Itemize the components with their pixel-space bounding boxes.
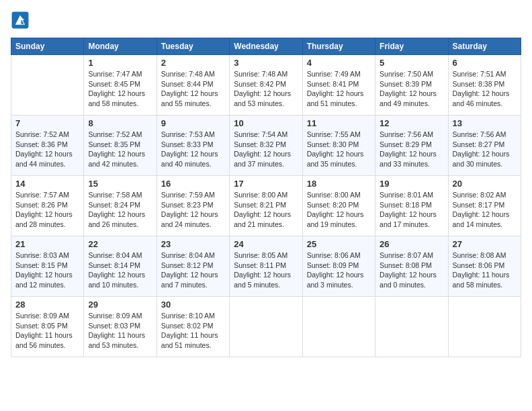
day-number: 29 bbox=[88, 300, 152, 310]
day-info: Sunrise: 8:09 AM Sunset: 8:05 PM Dayligh… bbox=[15, 311, 79, 351]
day-number: 12 bbox=[380, 118, 443, 128]
day-info: Sunrise: 7:54 AM Sunset: 8:32 PM Dayligh… bbox=[234, 130, 298, 169]
day-info: Sunrise: 7:52 AM Sunset: 8:35 PM Dayligh… bbox=[88, 130, 152, 169]
day-number: 3 bbox=[234, 58, 298, 68]
day-info: Sunrise: 8:07 AM Sunset: 8:08 PM Dayligh… bbox=[380, 250, 443, 290]
day-number: 24 bbox=[234, 239, 298, 249]
calendar-cell: 5Sunrise: 7:50 AM Sunset: 8:39 PM Daylig… bbox=[375, 55, 448, 116]
day-number: 30 bbox=[161, 300, 225, 310]
day-number: 23 bbox=[161, 239, 225, 249]
calendar-cell bbox=[302, 297, 375, 357]
day-info: Sunrise: 8:01 AM Sunset: 8:18 PM Dayligh… bbox=[380, 190, 443, 230]
day-number: 1 bbox=[88, 58, 152, 68]
calendar-week-row: 21Sunrise: 8:03 AM Sunset: 8:15 PM Dayli… bbox=[11, 236, 521, 297]
day-number: 11 bbox=[307, 118, 371, 128]
day-number: 6 bbox=[453, 58, 517, 68]
day-header-wednesday: Wednesday bbox=[230, 38, 302, 55]
day-info: Sunrise: 8:04 AM Sunset: 8:12 PM Dayligh… bbox=[161, 250, 225, 290]
day-header-thursday: Thursday bbox=[302, 38, 375, 55]
day-number: 26 bbox=[380, 239, 443, 249]
day-info: Sunrise: 7:56 AM Sunset: 8:29 PM Dayligh… bbox=[380, 130, 443, 169]
calendar-header-row: SundayMondayTuesdayWednesdayThursdayFrid… bbox=[11, 38, 521, 55]
day-header-saturday: Saturday bbox=[448, 38, 521, 55]
day-number: 22 bbox=[88, 239, 152, 249]
day-info: Sunrise: 8:05 AM Sunset: 8:11 PM Dayligh… bbox=[234, 250, 298, 290]
day-header-sunday: Sunday bbox=[11, 38, 84, 55]
logo-icon bbox=[11, 11, 30, 30]
calendar-cell: 21Sunrise: 8:03 AM Sunset: 8:15 PM Dayli… bbox=[11, 236, 84, 297]
day-info: Sunrise: 7:55 AM Sunset: 8:30 PM Dayligh… bbox=[307, 130, 371, 169]
day-info: Sunrise: 8:03 AM Sunset: 8:15 PM Dayligh… bbox=[15, 250, 79, 290]
day-info: Sunrise: 7:48 AM Sunset: 8:42 PM Dayligh… bbox=[234, 69, 298, 109]
calendar-cell: 4Sunrise: 7:49 AM Sunset: 8:41 PM Daylig… bbox=[302, 55, 375, 116]
calendar-cell: 12Sunrise: 7:56 AM Sunset: 8:29 PM Dayli… bbox=[375, 116, 448, 176]
day-info: Sunrise: 8:02 AM Sunset: 8:17 PM Dayligh… bbox=[453, 190, 517, 230]
calendar-cell bbox=[230, 297, 302, 357]
day-info: Sunrise: 7:59 AM Sunset: 8:23 PM Dayligh… bbox=[161, 190, 225, 230]
calendar-cell bbox=[375, 297, 448, 357]
day-header-monday: Monday bbox=[84, 38, 157, 55]
day-number: 4 bbox=[307, 58, 371, 68]
day-number: 28 bbox=[15, 300, 79, 310]
calendar-cell: 9Sunrise: 7:53 AM Sunset: 8:33 PM Daylig… bbox=[157, 116, 229, 176]
calendar-cell bbox=[11, 55, 84, 116]
day-info: Sunrise: 8:04 AM Sunset: 8:14 PM Dayligh… bbox=[88, 250, 152, 290]
day-info: Sunrise: 8:00 AM Sunset: 8:20 PM Dayligh… bbox=[307, 190, 371, 230]
calendar-cell: 23Sunrise: 8:04 AM Sunset: 8:12 PM Dayli… bbox=[157, 236, 229, 297]
day-number: 16 bbox=[161, 179, 225, 189]
day-info: Sunrise: 8:09 AM Sunset: 8:03 PM Dayligh… bbox=[88, 311, 152, 351]
calendar-cell: 22Sunrise: 8:04 AM Sunset: 8:14 PM Dayli… bbox=[84, 236, 157, 297]
day-number: 13 bbox=[453, 118, 517, 128]
day-info: Sunrise: 7:50 AM Sunset: 8:39 PM Dayligh… bbox=[380, 69, 443, 109]
day-header-friday: Friday bbox=[375, 38, 448, 55]
calendar-cell: 3Sunrise: 7:48 AM Sunset: 8:42 PM Daylig… bbox=[230, 55, 302, 116]
day-number: 9 bbox=[161, 118, 225, 128]
calendar-week-row: 1Sunrise: 7:47 AM Sunset: 8:45 PM Daylig… bbox=[11, 55, 521, 116]
calendar-cell: 2Sunrise: 7:48 AM Sunset: 8:44 PM Daylig… bbox=[157, 55, 229, 116]
day-info: Sunrise: 7:52 AM Sunset: 8:36 PM Dayligh… bbox=[15, 130, 79, 169]
day-number: 10 bbox=[234, 118, 298, 128]
day-number: 14 bbox=[15, 179, 79, 189]
calendar-table: SundayMondayTuesdayWednesdayThursdayFrid… bbox=[11, 38, 521, 357]
calendar-cell: 15Sunrise: 7:58 AM Sunset: 8:24 PM Dayli… bbox=[84, 176, 157, 236]
day-info: Sunrise: 7:51 AM Sunset: 8:38 PM Dayligh… bbox=[453, 69, 517, 109]
day-info: Sunrise: 7:49 AM Sunset: 8:41 PM Dayligh… bbox=[307, 69, 371, 109]
calendar-cell bbox=[448, 297, 521, 357]
calendar-cell: 26Sunrise: 8:07 AM Sunset: 8:08 PM Dayli… bbox=[375, 236, 448, 297]
calendar-cell: 29Sunrise: 8:09 AM Sunset: 8:03 PM Dayli… bbox=[84, 297, 157, 357]
calendar-cell: 11Sunrise: 7:55 AM Sunset: 8:30 PM Dayli… bbox=[302, 116, 375, 176]
calendar-cell: 25Sunrise: 8:06 AM Sunset: 8:09 PM Dayli… bbox=[302, 236, 375, 297]
calendar-cell: 17Sunrise: 8:00 AM Sunset: 8:21 PM Dayli… bbox=[230, 176, 302, 236]
day-info: Sunrise: 7:56 AM Sunset: 8:27 PM Dayligh… bbox=[453, 130, 517, 169]
day-info: Sunrise: 8:06 AM Sunset: 8:09 PM Dayligh… bbox=[307, 250, 371, 290]
day-info: Sunrise: 8:10 AM Sunset: 8:02 PM Dayligh… bbox=[161, 311, 225, 351]
calendar-cell: 7Sunrise: 7:52 AM Sunset: 8:36 PM Daylig… bbox=[11, 116, 84, 176]
day-number: 19 bbox=[380, 179, 443, 189]
day-number: 7 bbox=[15, 118, 79, 128]
day-info: Sunrise: 7:53 AM Sunset: 8:33 PM Dayligh… bbox=[161, 130, 225, 169]
day-number: 21 bbox=[15, 239, 79, 249]
day-number: 20 bbox=[453, 179, 517, 189]
day-number: 5 bbox=[380, 58, 443, 68]
day-info: Sunrise: 7:47 AM Sunset: 8:45 PM Dayligh… bbox=[88, 69, 152, 109]
day-header-tuesday: Tuesday bbox=[157, 38, 229, 55]
calendar-cell: 10Sunrise: 7:54 AM Sunset: 8:32 PM Dayli… bbox=[230, 116, 302, 176]
day-number: 18 bbox=[307, 179, 371, 189]
day-number: 27 bbox=[453, 239, 517, 249]
page-header bbox=[11, 11, 521, 30]
calendar-week-row: 28Sunrise: 8:09 AM Sunset: 8:05 PM Dayli… bbox=[11, 297, 521, 357]
calendar-cell: 24Sunrise: 8:05 AM Sunset: 8:11 PM Dayli… bbox=[230, 236, 302, 297]
calendar-cell: 28Sunrise: 8:09 AM Sunset: 8:05 PM Dayli… bbox=[11, 297, 84, 357]
day-info: Sunrise: 7:48 AM Sunset: 8:44 PM Dayligh… bbox=[161, 69, 225, 109]
calendar-cell: 14Sunrise: 7:57 AM Sunset: 8:26 PM Dayli… bbox=[11, 176, 84, 236]
calendar-cell: 13Sunrise: 7:56 AM Sunset: 8:27 PM Dayli… bbox=[448, 116, 521, 176]
day-info: Sunrise: 8:08 AM Sunset: 8:06 PM Dayligh… bbox=[453, 250, 517, 290]
calendar-cell: 27Sunrise: 8:08 AM Sunset: 8:06 PM Dayli… bbox=[448, 236, 521, 297]
calendar-cell: 1Sunrise: 7:47 AM Sunset: 8:45 PM Daylig… bbox=[84, 55, 157, 116]
calendar-cell: 16Sunrise: 7:59 AM Sunset: 8:23 PM Dayli… bbox=[157, 176, 229, 236]
calendar-cell: 20Sunrise: 8:02 AM Sunset: 8:17 PM Dayli… bbox=[448, 176, 521, 236]
calendar-week-row: 14Sunrise: 7:57 AM Sunset: 8:26 PM Dayli… bbox=[11, 176, 521, 236]
day-number: 25 bbox=[307, 239, 371, 249]
day-number: 15 bbox=[88, 179, 152, 189]
day-info: Sunrise: 7:57 AM Sunset: 8:26 PM Dayligh… bbox=[15, 190, 79, 230]
